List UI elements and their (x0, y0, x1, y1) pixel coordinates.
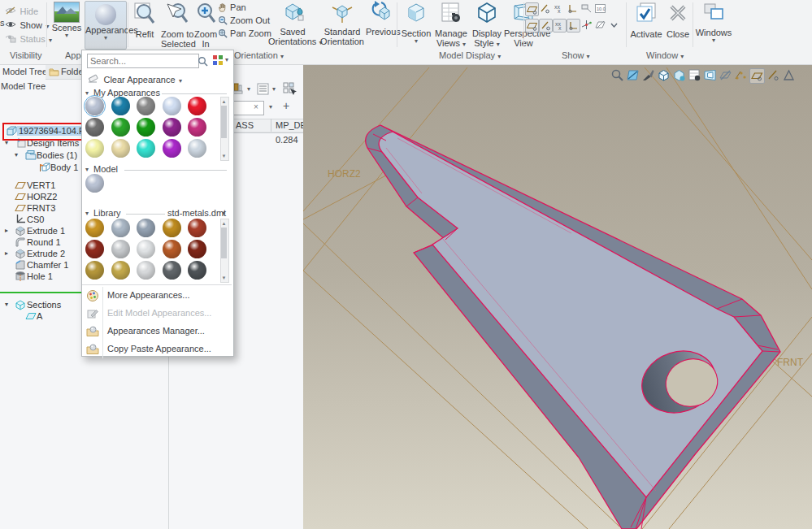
appearance-swatch[interactable] (137, 139, 155, 158)
appearance-swatch[interactable] (163, 261, 181, 280)
appearance-swatch[interactable] (85, 97, 104, 115)
saved-orientations-icon[interactable] (672, 68, 686, 82)
appearance-swatch[interactable] (137, 240, 155, 258)
chevron-down-icon[interactable]: ▾ (225, 57, 228, 63)
tree-item-label[interactable]: VERT1 (27, 180, 55, 190)
refit-button[interactable]: Refit (130, 2, 159, 39)
appearance-swatch[interactable] (85, 240, 104, 258)
appearance-swatch[interactable] (85, 174, 104, 193)
plane-display-icon[interactable] (749, 68, 765, 84)
windows-button[interactable]: Windows ▾ (695, 2, 732, 44)
plane-display-icon[interactable] (525, 2, 539, 16)
appearance-swatch[interactable] (163, 139, 181, 158)
chevron-down-icon[interactable]: ▾ (269, 104, 272, 111)
show-button[interactable]: Show ▾ (5, 17, 49, 33)
clipping-icon[interactable] (719, 68, 732, 82)
activate-button[interactable]: Activate (628, 2, 664, 39)
axis-select-icon[interactable] (539, 19, 553, 33)
view-manager-icon[interactable] (688, 68, 701, 82)
appearance-swatch[interactable] (111, 240, 130, 258)
appearance-swatch[interactable] (111, 261, 130, 280)
datum-display-icon[interactable] (734, 68, 748, 82)
appearance-swatch[interactable] (163, 240, 181, 258)
point-select-icon[interactable]: xxx (553, 19, 567, 33)
datum-label-frnt[interactable]: FRNT (777, 357, 804, 368)
section-collapse-icon[interactable]: ▾ (85, 90, 89, 97)
tree-item-label[interactable]: CS0 (27, 215, 44, 224)
axis-display-icon[interactable] (766, 68, 780, 82)
clear-appearance-button[interactable]: Clear Appearance ▾ (87, 72, 182, 86)
appearance-swatch[interactable] (85, 139, 104, 158)
appearance-swatch[interactable] (137, 219, 155, 237)
section-button[interactable]: Section ▾ (400, 1, 432, 45)
appearances-button[interactable]: Appearances ▾ (85, 1, 127, 50)
spin-center-icon[interactable] (580, 19, 593, 31)
collapse-icon[interactable]: ▾ (5, 301, 8, 308)
pan-button[interactable]: Pan (218, 2, 246, 14)
appearance-swatch[interactable] (188, 240, 206, 258)
column-header-fragment[interactable]: ASS (236, 120, 254, 130)
tree-item-label[interactable]: A (37, 311, 42, 321)
color-grid-icon[interactable] (212, 54, 224, 69)
select-items-icon[interactable] (283, 82, 297, 99)
section-collapse-icon[interactable]: ▾ (85, 167, 89, 173)
chevron-down-icon[interactable]: ▾ (247, 86, 250, 93)
csys-display-icon[interactable] (567, 2, 579, 15)
appearance-swatch[interactable] (111, 97, 130, 115)
pan-zoom-button[interactable]: Pan Zoom (218, 28, 271, 40)
search-input[interactable] (87, 54, 199, 68)
tree-item-label[interactable]: HORZ2 (27, 192, 57, 202)
section-plane-icon[interactable] (594, 19, 606, 31)
zoom-icon[interactable] (610, 68, 624, 82)
perspective-icon[interactable] (703, 68, 717, 82)
model-section-title[interactable]: Model (93, 164, 118, 174)
dimension-display-icon[interactable]: 10.0 (594, 2, 606, 15)
appearance-swatch[interactable] (111, 118, 130, 137)
zoom-out-button[interactable]: Zoom Out (218, 15, 270, 27)
tree-item-label[interactable]: Body 1 (50, 163, 78, 172)
scenes-button[interactable]: Scenes ▾ (50, 2, 84, 39)
appearance-swatch[interactable] (188, 261, 206, 280)
menu-item[interactable]: Copy Paste Appearance... (82, 340, 232, 358)
chevron-down-icon[interactable]: ▾ (272, 86, 276, 93)
appearance-swatch[interactable] (188, 118, 206, 137)
appearance-swatch[interactable] (85, 219, 104, 237)
display-style-button[interactable]: Display Style ▾ (470, 1, 504, 48)
scrollbar[interactable]: ▲▼ (220, 97, 229, 161)
previous-button[interactable]: Previous (366, 1, 395, 37)
realism-icon[interactable] (626, 68, 640, 82)
tree-item-label[interactable]: FRNT3 (27, 203, 55, 213)
list-view-icon[interactable] (257, 83, 269, 98)
datum-label-horz2[interactable]: HORZ2 (328, 168, 361, 180)
scrollbar[interactable]: ▲▼ (220, 219, 229, 283)
section-collapse-icon[interactable]: ▾ (85, 210, 89, 217)
appearance-swatch[interactable] (137, 118, 155, 137)
tree-item-label[interactable]: Chamfer 1 (27, 260, 68, 270)
tree-item-label[interactable]: Sections (27, 300, 61, 310)
appearance-swatch[interactable] (188, 139, 206, 158)
plane-select-icon[interactable] (525, 19, 539, 33)
tree-item-label[interactable]: Extrude 2 (27, 249, 65, 258)
axis-display-icon[interactable] (539, 2, 551, 15)
appearance-swatch[interactable] (163, 219, 181, 237)
menu-item[interactable]: Appearances Manager... (82, 323, 232, 340)
hide-button[interactable]: Hide (5, 3, 38, 19)
chevron-down-icon[interactable]: ▾ (222, 210, 225, 217)
my-appearances-title[interactable]: My Appearances (93, 88, 160, 98)
annotation-display-icon[interactable] (782, 68, 796, 82)
tree-item-label[interactable]: Hole 1 (27, 271, 53, 281)
zoom-in-button[interactable]: Zoom In (193, 2, 218, 49)
expand-icon[interactable]: ▸ (5, 228, 8, 234)
library-section-title[interactable]: Library (93, 208, 121, 218)
close-button[interactable]: Close (665, 2, 691, 39)
appearance-swatch[interactable] (137, 261, 155, 280)
library-file-label[interactable]: std-metals.dmt (167, 208, 226, 218)
appearance-swatch[interactable] (188, 97, 206, 115)
collapse-icon[interactable]: ▾ (15, 152, 18, 158)
csys-select-icon[interactable] (567, 19, 580, 33)
saved-orientations-button[interactable]: Saved Orientations ▾ (268, 1, 317, 46)
menu-item[interactable]: More Appearances... (82, 287, 232, 305)
clear-filter-icon[interactable]: × (254, 102, 258, 111)
manage-views-button[interactable]: Manage Views ▾ (432, 1, 470, 48)
column-header-fragment[interactable]: MP_DE (276, 120, 306, 130)
